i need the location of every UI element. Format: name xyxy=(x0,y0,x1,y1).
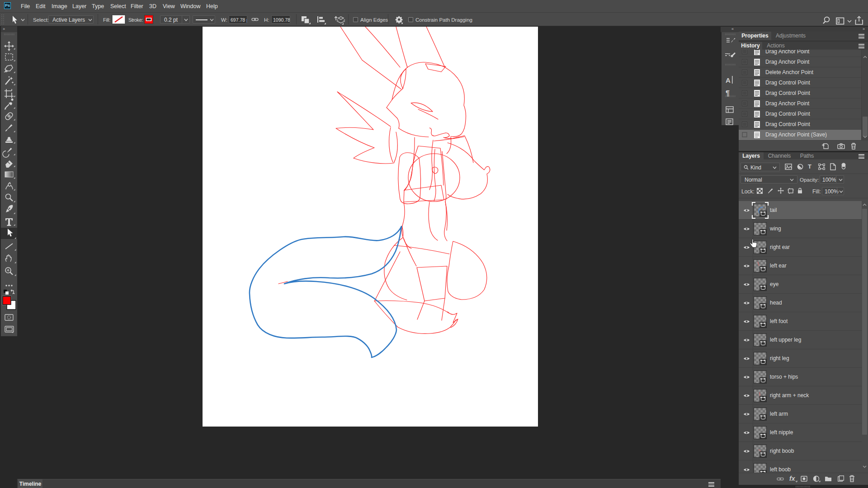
svg-text:A: A xyxy=(726,76,731,84)
svg-text:¶: ¶ xyxy=(726,89,730,97)
